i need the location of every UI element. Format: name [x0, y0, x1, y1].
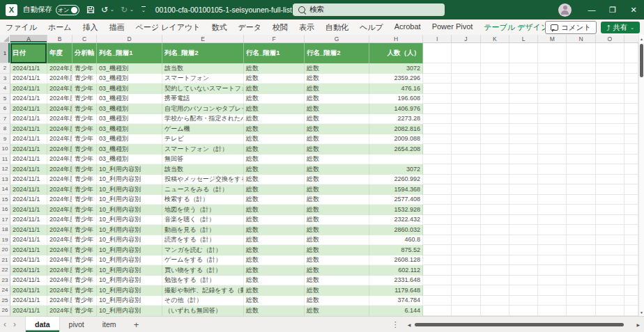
cell[interactable]: テレビ	[162, 134, 244, 145]
cell-empty[interactable]	[423, 164, 452, 175]
cell-empty[interactable]	[596, 104, 624, 114]
cell-empty[interactable]	[596, 225, 624, 235]
cell-empty[interactable]	[596, 205, 624, 215]
cell-empty[interactable]	[567, 225, 595, 235]
cell-empty[interactable]	[624, 296, 638, 306]
row-header-20[interactable]: 20	[0, 245, 10, 255]
cell-empty[interactable]	[624, 205, 638, 215]
cell[interactable]: 総数	[305, 155, 369, 165]
cell[interactable]: 2024/11/1	[10, 285, 47, 296]
cell[interactable]: 総数	[305, 104, 369, 114]
cell-empty[interactable]	[481, 235, 509, 246]
cell-empty[interactable]	[481, 175, 509, 185]
cell[interactable]: 2024/11/1	[10, 134, 47, 145]
cell[interactable]: 2024/11/1	[10, 205, 47, 215]
cell-empty[interactable]	[596, 296, 624, 306]
cell[interactable]: 10_利用内容別	[97, 184, 162, 195]
cell[interactable]: 青少年	[72, 215, 97, 226]
cell[interactable]: 2024/11/1	[10, 164, 47, 175]
cell-empty[interactable]	[452, 184, 480, 195]
cell-empty[interactable]	[596, 155, 624, 165]
column-header-I[interactable]: I	[423, 35, 452, 42]
cell[interactable]: 374.784	[369, 296, 423, 306]
cell-empty[interactable]	[567, 43, 595, 63]
cell-empty[interactable]	[423, 235, 452, 246]
cell[interactable]: 2024/11/1	[10, 94, 47, 104]
cell-empty[interactable]	[538, 84, 567, 94]
cell[interactable]: 総数	[244, 195, 305, 205]
cell-empty[interactable]	[452, 155, 480, 165]
cell[interactable]: 2024年度	[47, 205, 72, 215]
cell[interactable]: 10_利用内容別	[97, 245, 162, 255]
cell-empty[interactable]	[538, 94, 567, 104]
ribbon-tab-ページ レイアウト[interactable]: ページ レイアウト	[130, 22, 206, 33]
cell-empty[interactable]	[538, 265, 567, 276]
cell-empty[interactable]	[567, 63, 595, 74]
cell[interactable]: 総数	[244, 94, 305, 104]
cell[interactable]: 総数	[305, 225, 369, 235]
cell-empty[interactable]	[596, 114, 624, 125]
sheet-next-icon[interactable]: ›	[13, 319, 16, 329]
cell[interactable]: 03_機種別	[97, 155, 162, 165]
cell[interactable]: 03_機種別	[97, 74, 162, 84]
cell[interactable]: 10_利用内容別	[97, 276, 162, 286]
cell[interactable]: 自宅用のパソコンやタブレット等	[162, 104, 244, 114]
cell[interactable]: 2024/11/1	[10, 155, 47, 165]
cell[interactable]: 2359.296	[369, 74, 423, 84]
cell-empty[interactable]	[452, 164, 480, 175]
cell[interactable]: 総数	[305, 195, 369, 205]
cell[interactable]: 総数	[305, 124, 369, 134]
cell[interactable]: 青少年	[72, 265, 97, 276]
scroll-up-icon[interactable]: ▲	[639, 35, 644, 42]
cell[interactable]: 検索する（計）	[162, 195, 244, 205]
cell-empty[interactable]	[596, 215, 624, 226]
cell[interactable]: 2024年度	[47, 63, 72, 74]
cell-empty[interactable]	[509, 205, 538, 215]
cell[interactable]: 2024/11/1	[10, 184, 47, 195]
cell-empty[interactable]	[481, 104, 509, 114]
horizontal-scrollbar[interactable]: ⋮ ◀ ▶	[392, 320, 640, 329]
cell-empty[interactable]	[624, 184, 638, 195]
cell-empty[interactable]	[509, 265, 538, 276]
cell-empty[interactable]	[452, 215, 480, 226]
ribbon-tab-数式[interactable]: 数式	[206, 22, 232, 33]
cell[interactable]: 総数	[244, 235, 305, 246]
cell-empty[interactable]	[481, 134, 509, 145]
cell-empty[interactable]	[481, 114, 509, 125]
cell-empty[interactable]	[596, 175, 624, 185]
add-sheet-button[interactable]: +	[134, 319, 139, 330]
cell-empty[interactable]	[452, 285, 480, 296]
cell-empty[interactable]	[452, 84, 480, 94]
cell-empty[interactable]	[423, 285, 452, 296]
row-header-4[interactable]: 4	[0, 84, 10, 94]
cell[interactable]: 2024/11/1	[10, 124, 47, 134]
column-header-A[interactable]: A	[10, 35, 47, 42]
cell-empty[interactable]	[481, 195, 509, 205]
cell-empty[interactable]	[567, 184, 595, 195]
cell[interactable]: 総数	[244, 134, 305, 145]
cell-empty[interactable]	[567, 175, 595, 185]
cell-empty[interactable]	[538, 296, 567, 306]
cell[interactable]: 青少年	[72, 296, 97, 306]
cell-empty[interactable]	[567, 94, 595, 104]
cell-empty[interactable]	[509, 104, 538, 114]
cell[interactable]: 総数	[244, 296, 305, 306]
scroll-left-icon[interactable]: ◀	[408, 322, 411, 327]
cell[interactable]: ゲーム機	[162, 124, 244, 134]
cell-empty[interactable]	[481, 94, 509, 104]
cell-empty[interactable]	[481, 225, 509, 235]
cell[interactable]: 2024年度	[47, 84, 72, 94]
cell[interactable]: 総数	[305, 63, 369, 74]
sheet-tab-pivot[interactable]: pivot	[60, 317, 93, 332]
cell-empty[interactable]	[509, 195, 538, 205]
ribbon-tab-Acrobat[interactable]: Acrobat	[389, 22, 427, 33]
cell-empty[interactable]	[538, 215, 567, 226]
cell[interactable]: 2024/11/1	[10, 276, 47, 286]
cell[interactable]: 10_利用内容別	[97, 195, 162, 205]
cell-empty[interactable]	[596, 134, 624, 145]
row-header-12[interactable]: 12	[0, 164, 10, 175]
cell-empty[interactable]	[567, 296, 595, 306]
cell[interactable]: 3072	[369, 164, 423, 175]
cell-empty[interactable]	[481, 255, 509, 266]
cell[interactable]: 2024年度	[47, 184, 72, 195]
